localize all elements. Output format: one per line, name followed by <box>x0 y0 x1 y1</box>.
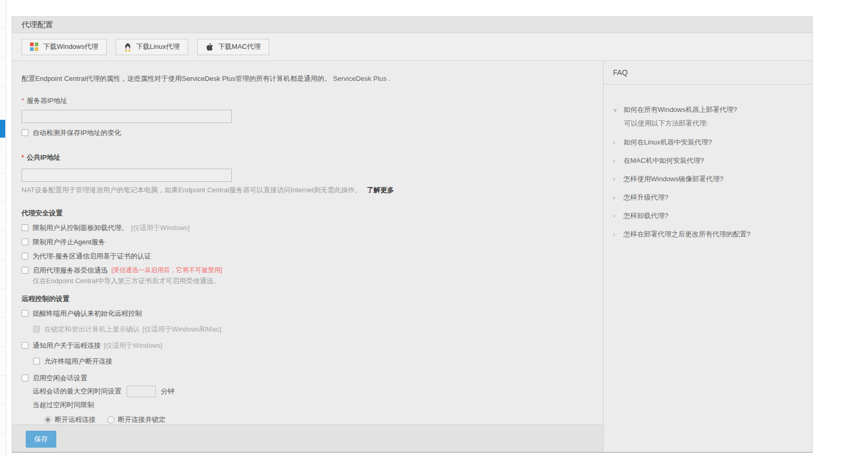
trusted-comm-checkbox[interactable] <box>22 267 28 274</box>
download-windows-agent-button[interactable]: 下载Windows代理 <box>22 39 107 55</box>
max-idle-time-input[interactable] <box>127 386 156 397</box>
faq-item: › 在MAC机中如何安装代理? <box>613 157 804 165</box>
chevron-down-icon: ∨ <box>613 106 624 114</box>
download-mac-agent-button[interactable]: 下载MAC代理 <box>197 39 269 55</box>
prompt-user-confirm-label: 提醒终端用户确认来初始化远程控制 <box>33 309 142 318</box>
intro-text: 配置Endpoint Central代理的属性，这些属性对于使用ServiceD… <box>22 74 594 84</box>
max-idle-time-label: 远程会话的最大空闲时间设置 <box>33 387 121 396</box>
learn-more-link[interactable]: 了解更多 <box>367 186 394 194</box>
max-idle-time-unit: 分钟 <box>161 387 175 396</box>
faq-question-upgrade-agent[interactable]: › 怎样升级代理? <box>613 193 804 202</box>
faq-item: ∨ 如何在所有Windows机器上部署代理? 可以使用以下方法部署代理: <box>613 106 804 128</box>
faq-item: › 如何在Linux机器中安装代理? <box>613 138 804 147</box>
nat-note: NAT设备配置用于管理漫游用户的笔记本电脑，如果Endpoint Central… <box>22 185 594 195</box>
allow-user-disconnect-checkbox[interactable] <box>33 358 40 365</box>
allow-user-disconnect-label: 允许终端用户断开连接 <box>44 357 113 366</box>
chevron-right-icon: › <box>613 175 624 183</box>
windows-logo-icon <box>30 43 38 51</box>
idle-exceed-label: 当超过空闲时间限制 <box>33 400 594 410</box>
notify-remote-connection-label: 通知用户关于远程连接 <box>33 341 101 350</box>
disconnect-and-lock-label: 断开连接并锁定 <box>118 415 166 424</box>
show-confirm-locked-label: 在锁定和登出计算机上显示确认 <box>44 325 140 334</box>
idle-session-checkbox[interactable] <box>22 375 28 381</box>
active-nav-indicator <box>0 120 5 138</box>
restrict-uninstall-label: 限制用户从控制面板卸载代理。 <box>33 223 128 232</box>
faq-item: › 怎样在部署代理之后更改所有代理的配置? <box>613 230 804 239</box>
remote-control-heading: 远程控制的设置 <box>22 294 594 304</box>
faq-question-change-config[interactable]: › 怎样在部署代理之后更改所有代理的配置? <box>613 230 804 239</box>
faq-item: › 怎样升级代理? <box>613 193 804 202</box>
form-footer: 保存 <box>12 424 603 452</box>
notify-remote-connection-checkbox[interactable] <box>22 342 28 349</box>
faq-item: › 怎样卸载代理? <box>613 212 804 220</box>
download-linux-label: 下载Linux代理 <box>136 42 180 51</box>
faq-answer: 可以使用以下方法部署代理: <box>624 119 804 128</box>
chevron-right-icon: › <box>613 212 624 220</box>
linux-tux-icon <box>124 43 131 51</box>
faq-question-uninstall-agent[interactable]: › 怎样卸载代理? <box>613 212 804 220</box>
server-ip-label: *服务器IP地址 <box>22 96 594 106</box>
show-confirm-locked-suffix: [仅适用于Windows和Mac] <box>142 325 221 334</box>
cert-auth-checkbox[interactable] <box>22 253 28 260</box>
restrict-uninstall-suffix: [仅适用于Windows] <box>131 223 190 232</box>
prompt-user-confirm-checkbox[interactable] <box>22 310 28 317</box>
restrict-uninstall-checkbox[interactable] <box>22 224 28 231</box>
servicedesk-plus-link[interactable]: ServiceDesk Plus . <box>333 75 390 82</box>
disconnect-remote-radio[interactable] <box>44 416 52 423</box>
apple-logo-icon <box>206 43 213 51</box>
faq-question-deploy-windows[interactable]: ∨ 如何在所有Windows机器上部署代理? <box>613 106 804 114</box>
trusted-comm-label: 启用代理服务器受信通迅 <box>33 266 108 275</box>
server-ip-input[interactable] <box>22 110 232 123</box>
restrict-stop-agent-checkbox[interactable] <box>22 239 28 245</box>
idle-session-label: 启用空闲会话设置 <box>33 374 87 382</box>
auto-detect-ip-label: 自动检测并保存IP地址的变化 <box>33 128 121 137</box>
download-mac-label: 下载MAC代理 <box>218 42 261 51</box>
faq-item: › 怎样使用Windows镜像部署代理? <box>613 175 804 183</box>
chevron-right-icon: › <box>613 193 624 202</box>
public-ip-label: *公共IP地址 <box>22 153 594 162</box>
public-ip-input[interactable] <box>22 169 232 182</box>
required-marker: * <box>22 154 24 161</box>
download-toolbar: 下载Windows代理 下载Linux代理 <box>12 33 812 61</box>
disconnect-remote-label: 断开远程连接 <box>55 415 96 424</box>
download-linux-agent-button[interactable]: 下载Linux代理 <box>116 39 188 55</box>
faq-question-install-mac[interactable]: › 在MAC机中如何安装代理? <box>613 157 804 165</box>
disconnect-and-lock-radio[interactable] <box>107 416 115 423</box>
faq-question-windows-image[interactable]: › 怎样使用Windows镜像部署代理? <box>613 175 804 183</box>
restrict-stop-agent-label: 限制用户停止Agent服务 <box>33 237 105 246</box>
page-title: 代理配置 <box>12 17 812 33</box>
chevron-right-icon: › <box>613 230 624 239</box>
config-form-column: 配置Endpoint Central代理的属性，这些属性对于使用ServiceD… <box>12 61 603 452</box>
page: 代理配置 下载Windows代理 下载Linux代理 <box>0 0 868 456</box>
trusted-comm-warning: [受信通迅一旦启用后，它将不可被禁用] <box>111 266 222 275</box>
trusted-comm-note: 仅在Endpoint Central中导入第三方证书后才可启用受信通迅。 <box>33 276 594 286</box>
cert-auth-label: 为代理-服务区通信启用基于证书的认证 <box>33 252 151 261</box>
save-button[interactable]: 保存 <box>26 431 56 448</box>
security-settings-heading: 代理安全设置 <box>22 209 594 218</box>
notify-remote-connection-suffix: [仅适用于Windows] <box>104 341 162 350</box>
agent-config-panel: 代理配置 下载Windows代理 下载Linux代理 <box>12 16 813 453</box>
required-marker: * <box>22 97 24 105</box>
chevron-right-icon: › <box>613 157 624 165</box>
download-windows-label: 下载Windows代理 <box>43 42 98 51</box>
show-confirm-locked-checkbox <box>33 326 40 333</box>
collapsed-nav-rail[interactable] <box>0 0 6 456</box>
chevron-right-icon: › <box>613 138 624 147</box>
auto-detect-ip-checkbox[interactable] <box>22 129 28 136</box>
faq-title: FAQ <box>604 61 812 85</box>
faq-panel: FAQ ∨ 如何在所有Windows机器上部署代理? 可以使用以下方法部署代理:… <box>603 61 812 452</box>
faq-question-install-linux[interactable]: › 如何在Linux机器中安装代理? <box>613 138 804 147</box>
